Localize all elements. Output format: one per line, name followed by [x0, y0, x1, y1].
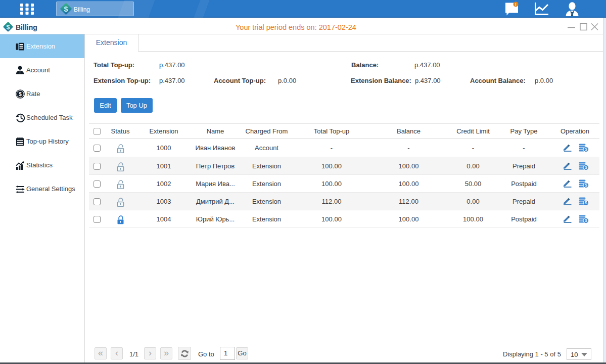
svg-text:S: S	[584, 147, 587, 152]
svg-text:!: !	[515, 2, 517, 7]
svg-text:$: $	[19, 92, 22, 97]
svg-text:S: S	[584, 200, 587, 205]
svg-text:$: $	[64, 5, 68, 13]
svg-text:$: $	[7, 24, 10, 31]
svg-text:S: S	[584, 218, 587, 223]
svg-text:S: S	[584, 165, 587, 170]
svg-text:S: S	[584, 183, 587, 188]
